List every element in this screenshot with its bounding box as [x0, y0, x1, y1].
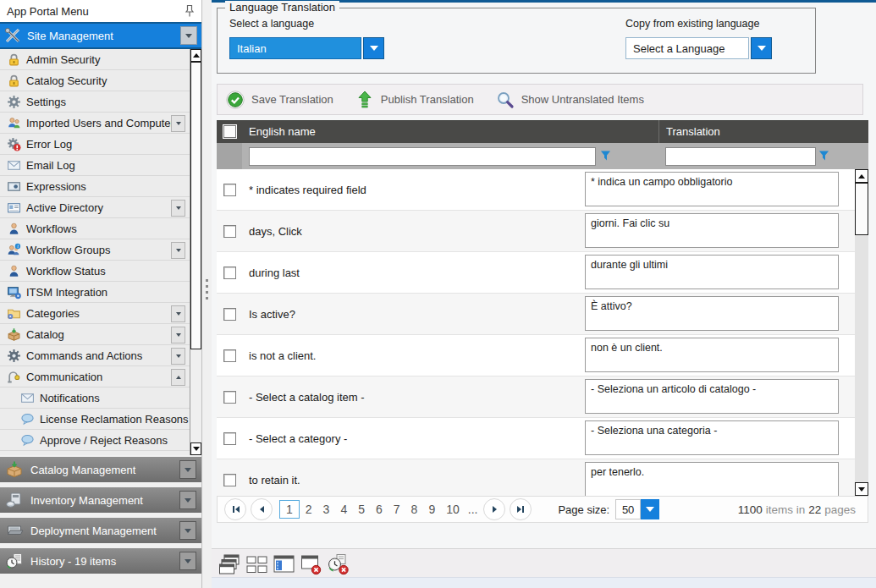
expand-arrow-button[interactable]	[171, 242, 185, 259]
filter-icon[interactable]	[818, 150, 829, 162]
row-checkbox[interactable]	[223, 432, 236, 445]
expand-arrow-button[interactable]	[179, 552, 196, 570]
translation-input[interactable]: * indica un campo obbligatorio	[585, 172, 839, 206]
page-number-button[interactable]: 4	[335, 501, 352, 518]
page-number-button[interactable]: 5	[353, 501, 370, 518]
sidebar-item[interactable]: Commands and Actions	[0, 345, 201, 366]
expand-arrow-button[interactable]	[179, 491, 196, 509]
page-number-button[interactable]: 8	[406, 501, 423, 518]
sidebar-item[interactable]: Error Log	[0, 134, 201, 155]
row-checkbox[interactable]	[223, 267, 236, 279]
page-number-button[interactable]: 9	[423, 501, 440, 518]
sidebar-item-label: Workflow Groups	[26, 244, 110, 256]
translation-input[interactable]: non è un client.	[585, 338, 839, 372]
translation-input[interactable]: durante gli ultimi	[585, 255, 839, 289]
translation-input[interactable]: - Seleziona una categoria -	[585, 420, 839, 455]
row-checkbox[interactable]	[223, 474, 236, 486]
expand-arrow-button[interactable]	[171, 305, 185, 322]
select-all-checkbox[interactable]	[223, 124, 237, 139]
page-number-button[interactable]: 10	[441, 501, 465, 518]
scroll-thumb[interactable]	[190, 62, 201, 349]
expand-arrow-button[interactable]	[171, 200, 185, 217]
sidebar-section[interactable]: Deployment Management	[0, 518, 201, 543]
first-page-button[interactable]	[224, 498, 246, 520]
next-page-button[interactable]	[483, 498, 505, 520]
clear-history-icon[interactable]	[327, 552, 350, 575]
sidebar-item[interactable]: Catalog Security	[0, 70, 201, 91]
row-checkbox[interactable]	[223, 308, 236, 321]
page-number-button[interactable]: 2	[300, 501, 317, 518]
sidebar-item[interactable]: Admin Security	[0, 49, 201, 70]
pin-icon[interactable]	[185, 4, 195, 18]
show-untranslated-button[interactable]: Show Untranslated Items	[496, 91, 644, 109]
sidebar-section[interactable]: Catalog Management	[0, 457, 201, 482]
sidebar-item[interactable]: Settings	[0, 91, 201, 113]
publish-translation-button[interactable]: Publish Translation	[355, 91, 474, 109]
expand-arrow-button[interactable]	[171, 348, 185, 365]
cascade-windows-icon[interactable]	[218, 552, 241, 575]
expand-arrow-button[interactable]	[171, 327, 185, 343]
expand-arrow-button[interactable]	[179, 460, 196, 479]
page-size-arrow[interactable]	[641, 499, 659, 519]
save-translation-button[interactable]: Save Translation	[226, 91, 333, 109]
language-select-arrow[interactable]	[363, 37, 384, 59]
grid-scrollbar[interactable]	[855, 169, 868, 496]
sidebar-item[interactable]: Expressions	[0, 176, 201, 197]
sidebar-item[interactable]: ITSM Integration	[0, 282, 201, 303]
sidebar-section-site-management[interactable]: Site Management	[0, 24, 201, 49]
sidebar-item[interactable]: Notifications	[0, 387, 201, 409]
translation-input[interactable]: - Seleziona un articolo di catalogo -	[585, 379, 839, 414]
page-number-button[interactable]: 1	[279, 500, 300, 519]
sidebar-item[interactable]: Categories	[0, 303, 201, 324]
tile-windows-icon[interactable]	[245, 552, 268, 575]
sidebar-item[interactable]: Imported Users and Computers	[0, 113, 201, 134]
expand-arrow-button[interactable]	[179, 521, 196, 540]
expand-arrow-button[interactable]	[171, 115, 185, 132]
row-checkbox[interactable]	[223, 184, 236, 196]
sidebar-item[interactable]: License Reclamation Reasons	[0, 409, 201, 430]
page-size-value[interactable]: 50	[615, 499, 641, 519]
sidebar-item[interactable]: Communication	[0, 366, 201, 387]
scroll-down-button[interactable]	[190, 442, 201, 455]
page-number-button[interactable]: 7	[388, 501, 405, 518]
column-header-english[interactable]: English name	[242, 120, 659, 143]
copy-language-arrow[interactable]	[751, 37, 772, 59]
sidebar-item[interactable]: Catalog	[0, 324, 201, 345]
sidebar-item[interactable]: Workflows	[0, 218, 201, 239]
sidebar-section[interactable]: Inventory Management	[0, 487, 201, 513]
collapse-arrow-button[interactable]	[171, 369, 185, 386]
sidebar-scrollbar[interactable]	[190, 49, 201, 455]
copy-language-select[interactable]: Select a Language	[625, 37, 772, 59]
translation-input[interactable]: per tenerlo.	[585, 462, 839, 496]
page-number-button[interactable]: 6	[371, 501, 388, 518]
sidebar-item[interactable]: Workflow Status	[0, 261, 201, 282]
previous-page-button[interactable]	[251, 498, 273, 520]
row-checkbox[interactable]	[223, 225, 236, 238]
scroll-up-button[interactable]	[855, 169, 868, 183]
page-size-select[interactable]: 50	[615, 499, 659, 519]
last-page-button[interactable]	[510, 498, 532, 520]
sidebar-section[interactable]: History - 19 items	[0, 548, 201, 574]
sidebar-item[interactable]: Active Directory	[0, 197, 201, 218]
row-checkbox[interactable]	[223, 391, 236, 404]
close-window-icon[interactable]	[300, 552, 322, 575]
filter-icon[interactable]	[600, 150, 611, 162]
language-select-value[interactable]: Italian	[229, 37, 361, 59]
translation-input[interactable]: È attivo?	[585, 296, 839, 331]
scroll-up-button[interactable]	[190, 49, 201, 62]
sidebar-item[interactable]: iWorkflow Groups	[0, 239, 201, 261]
sidebar-item[interactable]: Approve / Reject Reasons	[0, 430, 201, 451]
translation-input[interactable]: giorni. Fai clic su	[585, 213, 839, 248]
split-view-icon[interactable]	[273, 552, 295, 575]
row-checkbox[interactable]	[223, 349, 236, 362]
sidebar-item[interactable]: Email Log	[0, 155, 201, 176]
collapse-arrow-button[interactable]	[180, 26, 197, 45]
english-filter-input[interactable]	[249, 147, 596, 166]
copy-language-value[interactable]: Select a Language	[625, 37, 749, 59]
page-number-button[interactable]: 3	[318, 501, 335, 518]
scroll-thumb[interactable]	[855, 183, 868, 235]
translation-filter-input[interactable]	[665, 147, 816, 166]
language-select[interactable]: Italian	[229, 37, 384, 59]
column-header-translation[interactable]: Translation	[659, 125, 868, 138]
scroll-down-button[interactable]	[855, 482, 868, 496]
